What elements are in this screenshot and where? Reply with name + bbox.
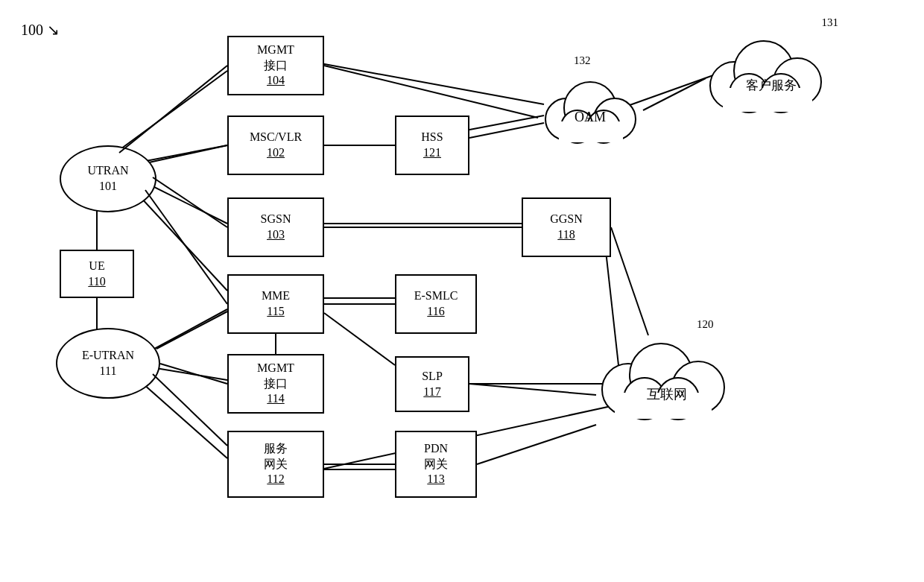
- slp-node: SLP 117: [395, 356, 469, 412]
- svg-text:OAM: OAM: [575, 110, 606, 124]
- mme-node: MME 115: [227, 274, 324, 334]
- svg-line-60: [153, 374, 227, 446]
- svg-line-2: [130, 186, 227, 291]
- service-gw-node: 服务网关 112: [227, 431, 324, 498]
- diagram-container: 100 ↘ UTRAN 101 UE 110 E-UTRAN 111 MGMT接…: [0, 0, 924, 582]
- svg-line-50: [324, 313, 395, 365]
- svg-line-42: [477, 425, 596, 464]
- svg-line-44: [643, 78, 706, 110]
- utran-node: UTRAN 101: [60, 145, 156, 212]
- mscvlr-node: MSC/VLR 102: [227, 116, 324, 175]
- svg-text:互联网: 互联网: [647, 387, 687, 402]
- svg-line-41: [469, 384, 596, 395]
- svg-line-55: [145, 190, 227, 304]
- customer-service-cloud: 客户服务 131: [700, 30, 842, 122]
- svg-line-53: [149, 145, 227, 162]
- svg-line-45: [324, 66, 538, 118]
- sgsn-node: SGSN 103: [227, 197, 324, 257]
- mgmt104-node: MGMT接口 104: [227, 36, 324, 95]
- oam-cloud: OAM 132: [537, 71, 645, 152]
- svg-rect-25: [559, 121, 623, 142]
- svg-line-59: [160, 364, 227, 384]
- svg-line-46: [469, 123, 544, 138]
- hss-node: HSS 121: [395, 116, 469, 175]
- customer-ref: 131: [822, 16, 839, 29]
- ue-node: UE 110: [60, 250, 134, 298]
- ggsn-node: GGSN 118: [522, 197, 611, 257]
- svg-line-58: [156, 311, 227, 349]
- pdn-gw-node: PDN网关 113: [395, 431, 477, 498]
- svg-line-43: [611, 227, 648, 335]
- internet-cloud: 互联网 120: [592, 332, 741, 431]
- eutran-node: E-UTRAN 111: [56, 328, 160, 399]
- svg-line-10: [466, 116, 544, 130]
- svg-line-52: [119, 66, 227, 153]
- esmlc-node: E-SMLC 116: [395, 274, 477, 334]
- mgmt114-node: MGMT接口 114: [227, 354, 324, 414]
- oam-ref: 132: [574, 54, 591, 67]
- svg-text:客户服务: 客户服务: [746, 78, 797, 92]
- svg-line-11: [320, 63, 544, 104]
- ref-100: 100 ↘: [21, 21, 60, 39]
- svg-line-3: [116, 71, 227, 153]
- internet-ref: 120: [697, 318, 714, 331]
- svg-line-54: [153, 177, 227, 227]
